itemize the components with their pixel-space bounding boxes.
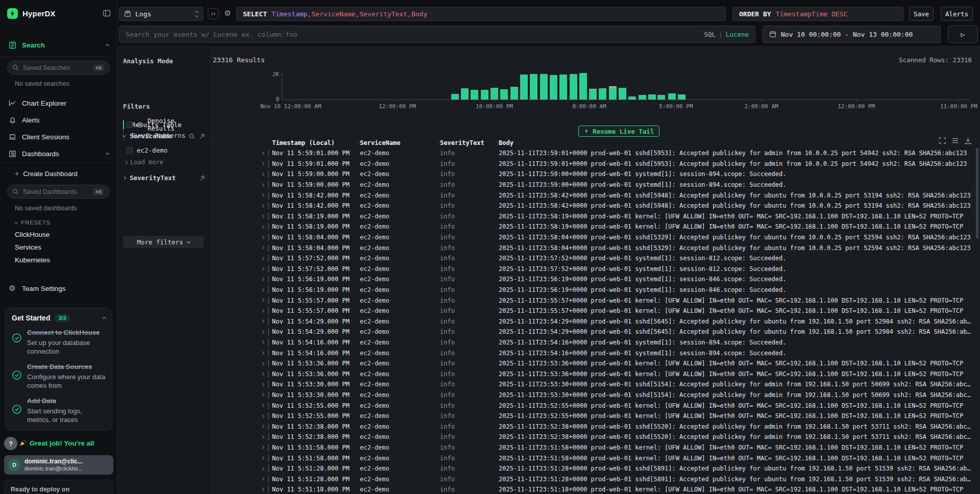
sidebar-item-search[interactable]: Search	[0, 38, 117, 52]
user-menu[interactable]: D dominic.tran@clic... dominic.tran@clic…	[4, 455, 113, 475]
servicename-group-label[interactable]: ServiceName	[130, 132, 185, 140]
log-row[interactable]: Nov 11 5:57:52.000 PM ec2-demo info 2025…	[261, 253, 975, 264]
log-row[interactable]: Nov 11 5:56:19.000 PM ec2-demo info 2025…	[261, 285, 975, 295]
histogram-bar[interactable]	[550, 75, 557, 100]
row-expand-chevron-icon[interactable]	[261, 320, 268, 323]
histogram-bar[interactable]	[648, 94, 656, 100]
log-row[interactable]: Nov 11 5:55:57.000 PM ec2-demo info 2025…	[261, 295, 975, 306]
histogram-bar[interactable]	[491, 88, 498, 100]
column-resize-handle[interactable]: ⋮	[495, 140, 500, 146]
sidebar-item-alerts[interactable]: Alerts	[0, 112, 117, 128]
row-expand-chevron-icon[interactable]	[261, 194, 268, 196]
load-more-row[interactable]: Load more	[125, 159, 163, 166]
row-expand-chevron-icon[interactable]	[261, 352, 268, 354]
row-expand-chevron-icon[interactable]	[261, 393, 268, 396]
table-scrollbar[interactable]	[976, 148, 978, 239]
histogram-bar[interactable]	[628, 96, 636, 100]
row-expand-chevron-icon[interactable]	[261, 488, 268, 491]
more-filters-button[interactable]: More filters	[123, 236, 204, 248]
log-row[interactable]: Nov 11 5:58:42.000 PM ec2-demo info 2025…	[261, 201, 975, 211]
log-row[interactable]: Nov 11 5:54:29.000 PM ec2-demo info 2025…	[261, 327, 975, 337]
pin-icon[interactable]	[199, 175, 205, 181]
saved-searches-input[interactable]: Saved Searches ⌘K	[7, 61, 110, 75]
log-row[interactable]: Nov 11 5:56:19.000 PM ec2-demo info 2025…	[261, 274, 975, 285]
row-expand-chevron-icon[interactable]	[261, 173, 268, 176]
log-row[interactable]: Nov 11 5:59:00.000 PM ec2-demo info 2025…	[261, 180, 975, 190]
histogram-bar[interactable]	[510, 87, 518, 100]
histogram-bar[interactable]	[589, 89, 597, 100]
row-expand-chevron-icon[interactable]	[261, 457, 268, 459]
row-expand-chevron-icon[interactable]	[261, 373, 268, 375]
deploy-banner[interactable]: Ready to deploy on	[4, 480, 113, 494]
log-row[interactable]: Nov 11 5:53:30.000 PM ec2-demo info 2025…	[261, 390, 975, 401]
chevron-down-icon[interactable]	[122, 134, 126, 137]
histogram-bar[interactable]	[461, 88, 469, 100]
get-started-step[interactable]: Add Data Start sending logs, metrics, or…	[12, 397, 106, 425]
histogram-bar[interactable]	[500, 89, 508, 100]
row-expand-chevron-icon[interactable]	[261, 278, 268, 281]
row-expand-chevron-icon[interactable]	[261, 162, 268, 165]
row-expand-chevron-icon[interactable]	[261, 299, 268, 302]
language-lucene-option[interactable]: Lucene	[726, 31, 749, 38]
column-resize-handle[interactable]: ⋮	[436, 140, 442, 146]
log-row[interactable]: Nov 11 5:57:52.000 PM ec2-demo info 2025…	[261, 264, 975, 275]
log-row[interactable]: Nov 11 5:53:30.000 PM ec2-demo info 2025…	[261, 379, 975, 390]
alerts-button[interactable]: Alerts	[941, 7, 973, 21]
histogram-bar[interactable]	[678, 94, 685, 100]
column-header-servicename[interactable]: ⋮ServiceName	[360, 139, 440, 146]
log-row[interactable]: Nov 11 5:51:28.000 PM ec2-demo info 2025…	[261, 474, 975, 484]
event-search-input[interactable]	[126, 31, 699, 38]
log-row[interactable]: Nov 11 5:59:01.000 PM ec2-demo info 2025…	[261, 148, 975, 159]
row-expand-chevron-icon[interactable]	[261, 310, 268, 312]
log-row[interactable]: Nov 11 5:55:57.000 PM ec2-demo info 2025…	[261, 306, 975, 316]
row-expand-chevron-icon[interactable]	[261, 446, 268, 449]
row-expand-chevron-icon[interactable]	[261, 289, 268, 291]
histogram-bar[interactable]	[471, 90, 478, 100]
histogram-bar[interactable]	[609, 87, 617, 100]
row-expand-chevron-icon[interactable]	[261, 215, 268, 217]
histogram-bar[interactable]	[540, 74, 548, 100]
log-row[interactable]: Nov 11 5:51:58.000 PM ec2-demo info 2025…	[261, 442, 975, 453]
language-sql-option[interactable]: SQL	[704, 31, 716, 38]
events-histogram[interactable]: 2K 0	[282, 74, 970, 100]
resume-live-tail-button[interactable]: Resume Live Tail	[578, 126, 659, 137]
log-row[interactable]: Nov 11 5:58:19.000 PM ec2-demo info 2025…	[261, 211, 975, 222]
save-button[interactable]: Save	[909, 7, 934, 21]
histogram-bar[interactable]	[481, 90, 488, 100]
row-expand-chevron-icon[interactable]	[261, 246, 268, 249]
pin-icon[interactable]	[199, 133, 205, 139]
row-expand-chevron-icon[interactable]	[261, 362, 268, 365]
log-row[interactable]: Nov 11 5:51:58.000 PM ec2-demo info 2025…	[261, 453, 975, 463]
histogram-bar[interactable]	[657, 95, 665, 100]
log-row[interactable]: Nov 11 5:53:36.000 PM ec2-demo info 2025…	[261, 358, 975, 369]
log-row[interactable]: Nov 11 5:52:38.000 PM ec2-demo info 2025…	[261, 432, 975, 442]
get-started-step[interactable]: Create Data Sources Configure where your…	[12, 363, 106, 390]
row-expand-chevron-icon[interactable]	[261, 184, 268, 186]
row-expand-chevron-icon[interactable]	[261, 331, 268, 333]
row-expand-chevron-icon[interactable]	[261, 478, 268, 480]
row-expand-chevron-icon[interactable]	[261, 267, 268, 270]
preset-dashboard-link[interactable]: Services	[15, 243, 41, 251]
log-row[interactable]: Nov 11 5:51:28.000 PM ec2-demo info 2025…	[261, 463, 975, 474]
row-expand-chevron-icon[interactable]	[261, 436, 268, 438]
log-row[interactable]: Nov 11 5:51:18.000 PM ec2-demo info 2025…	[261, 484, 975, 494]
select-clause-editor[interactable]: SELECTTimestamp,ServiceName,SeverityText…	[236, 7, 726, 21]
source-settings-button[interactable]: ⚙	[222, 8, 233, 19]
help-button[interactable]: ?	[4, 437, 17, 450]
preset-dashboard-link[interactable]: ClickHouse	[15, 231, 50, 238]
log-row[interactable]: Nov 11 5:58:04.000 PM ec2-demo info 2025…	[261, 232, 975, 243]
column-resize-handle[interactable]: ⋮	[356, 140, 361, 146]
search-icon[interactable]	[189, 133, 195, 139]
service-checkbox[interactable]	[126, 147, 133, 154]
row-expand-chevron-icon[interactable]	[261, 341, 268, 343]
log-row[interactable]: Nov 11 5:52:55.000 PM ec2-demo info 2025…	[261, 411, 975, 422]
histogram-bar[interactable]	[520, 75, 528, 100]
get-started-step[interactable]: Connect to ClickHouse Set up your databa…	[12, 329, 106, 356]
log-row[interactable]: Nov 11 5:58:04.000 PM ec2-demo info 2025…	[261, 242, 975, 253]
create-dashboard-button[interactable]: + Create Dashboard	[15, 169, 77, 178]
sidebar-collapse-icon[interactable]	[103, 9, 111, 17]
row-expand-chevron-icon[interactable]	[261, 205, 268, 207]
sidebar-item-team-settings[interactable]: ⚙ Team Settings	[0, 281, 117, 296]
log-row[interactable]: Nov 11 5:59:01.000 PM ec2-demo info 2025…	[261, 159, 975, 169]
chevron-right-icon[interactable]	[122, 176, 126, 180]
